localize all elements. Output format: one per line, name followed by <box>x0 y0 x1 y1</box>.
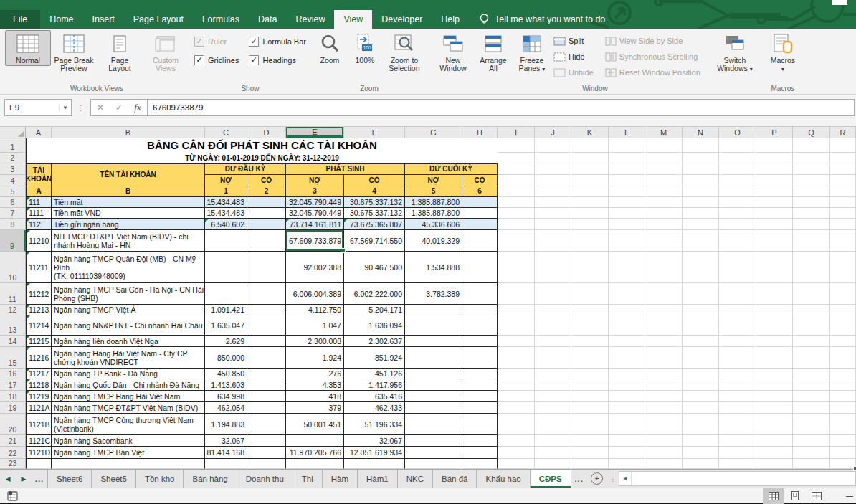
cell-P21[interactable] <box>756 435 793 447</box>
cell-C3[interactable]: DƯ ĐẦU KỲ <box>205 163 286 175</box>
cell-R14[interactable] <box>830 336 856 347</box>
cell-I13[interactable] <box>498 315 535 336</box>
cell-O9[interactable] <box>719 230 756 252</box>
cell-I1[interactable] <box>498 138 535 153</box>
cell-A19[interactable]: 1121A <box>26 402 52 414</box>
cell-L9[interactable] <box>609 230 645 252</box>
cell-L11[interactable] <box>609 283 645 305</box>
cell-J9[interactable] <box>535 230 571 252</box>
cell-R21[interactable] <box>830 435 856 447</box>
cell-K14[interactable] <box>571 336 609 347</box>
cell-E8[interactable]: 73.714.161.811 <box>286 219 344 230</box>
cell-R18[interactable] <box>830 391 856 402</box>
cell-K8[interactable] <box>571 219 609 230</box>
cell-O1[interactable] <box>719 138 756 153</box>
cell-I16[interactable] <box>498 369 535 379</box>
cell-K2[interactable] <box>571 153 609 163</box>
cell-I9[interactable] <box>498 230 535 252</box>
cell-J17[interactable] <box>535 379 571 391</box>
switch-windows-button[interactable]: Switch Windows ▾ <box>712 30 758 74</box>
column-header-H[interactable]: H <box>462 127 498 138</box>
cell-G23[interactable] <box>405 459 462 469</box>
page-layout-view-button[interactable]: Page Layout <box>97 30 143 74</box>
new-window-button[interactable]: New Window <box>432 30 474 74</box>
cell-K18[interactable] <box>571 391 609 402</box>
cell-J5[interactable] <box>535 186 571 197</box>
cell-C10[interactable] <box>205 252 247 283</box>
cell-I14[interactable] <box>498 336 535 347</box>
cell-K16[interactable] <box>571 369 609 379</box>
cell-M13[interactable] <box>645 315 683 336</box>
formula-bar-checkbox[interactable]: ✓ Formula Bar <box>249 37 306 47</box>
row-header-12[interactable]: 12 <box>0 305 26 315</box>
cell-C16[interactable]: 450.850 <box>205 369 247 379</box>
cell-H8[interactable] <box>462 219 498 230</box>
cell-C13[interactable]: 1.635.047 <box>205 315 247 336</box>
cell-F17[interactable]: 1.417.956 <box>344 379 405 391</box>
column-header-P[interactable]: P <box>756 127 793 138</box>
zoom-to-selection-button[interactable]: Zoom to Selection <box>382 30 427 74</box>
cell-L12[interactable] <box>609 305 645 315</box>
zoom-out-button[interactable]: — <box>846 491 853 501</box>
cell-N18[interactable] <box>683 391 719 402</box>
add-sheet-button[interactable]: + <box>587 470 607 488</box>
row-header-9[interactable]: 9 <box>0 230 26 252</box>
cell-F8[interactable]: 73.675.365.807 <box>344 219 405 230</box>
cell-E14[interactable]: 2.300.008 <box>286 336 344 347</box>
page-break-preview-view-button[interactable]: Page Break Preview <box>51 30 97 74</box>
cell-O19[interactable] <box>719 402 756 414</box>
cell-P5[interactable] <box>756 186 793 197</box>
cell-E17[interactable]: 4.353 <box>286 379 344 391</box>
cell-B3[interactable]: TÊN TÀI KHOẢN <box>52 163 205 186</box>
cell-R2[interactable] <box>830 153 856 163</box>
cell-O3[interactable] <box>719 163 756 175</box>
cell-F21[interactable]: 32.067 <box>344 435 405 447</box>
cell-J19[interactable] <box>535 402 571 414</box>
cell-M19[interactable] <box>645 402 683 414</box>
cell-C14[interactable]: 2.629 <box>205 336 247 347</box>
cell-K13[interactable] <box>571 315 609 336</box>
cell-R8[interactable] <box>830 219 856 230</box>
cell-K4[interactable] <box>571 175 609 186</box>
cell-P2[interactable] <box>756 153 793 163</box>
cell-I19[interactable] <box>498 402 535 414</box>
column-header-R[interactable]: R <box>830 127 856 138</box>
sheet-tab-hàm[interactable]: Hàm <box>323 470 358 488</box>
cell-C7[interactable]: 15.434.483 <box>205 208 247 219</box>
cell-H20[interactable] <box>462 414 498 435</box>
cell-N14[interactable] <box>683 336 719 347</box>
cell-J21[interactable] <box>535 435 571 447</box>
cell-A13[interactable]: 11214 <box>26 315 52 336</box>
cell-D15[interactable] <box>247 347 286 369</box>
cell-N21[interactable] <box>683 435 719 447</box>
cell-L1[interactable] <box>609 138 645 153</box>
name-box[interactable]: E9 ▼ <box>4 99 72 116</box>
cell-M12[interactable] <box>645 305 683 315</box>
cell-M15[interactable] <box>645 347 683 369</box>
column-header-K[interactable]: K <box>571 127 609 138</box>
cell-A11[interactable]: 11212 <box>26 283 52 305</box>
column-header-E[interactable]: E <box>286 127 344 138</box>
cell-D16[interactable] <box>247 369 286 379</box>
cell-L7[interactable] <box>609 208 645 219</box>
cell-H22[interactable] <box>462 447 498 459</box>
cell-R23[interactable] <box>830 459 856 469</box>
cell-M4[interactable] <box>645 175 683 186</box>
cell-E21[interactable] <box>286 435 344 447</box>
cell-Q15[interactable] <box>793 347 830 369</box>
cell-D14[interactable] <box>247 336 286 347</box>
cell-O13[interactable] <box>719 315 756 336</box>
cell-P3[interactable] <box>756 163 793 175</box>
cell-Q22[interactable] <box>793 447 830 459</box>
cell-B5[interactable]: B <box>52 186 205 197</box>
cell-N9[interactable] <box>683 230 719 252</box>
cell-O15[interactable] <box>719 347 756 369</box>
cell-B17[interactable]: Ngân hàng Quốc Dân - Chi nhánh Đà Nẵng <box>52 379 205 391</box>
cell-K15[interactable] <box>571 347 609 369</box>
cell-K7[interactable] <box>571 208 609 219</box>
cell-R19[interactable] <box>830 402 856 414</box>
cell-B14[interactable]: Ngân hàng liên doanh Việt Nga <box>52 336 205 347</box>
cell-L22[interactable] <box>609 447 645 459</box>
cell-Q13[interactable] <box>793 315 830 336</box>
cell-L15[interactable] <box>609 347 645 369</box>
